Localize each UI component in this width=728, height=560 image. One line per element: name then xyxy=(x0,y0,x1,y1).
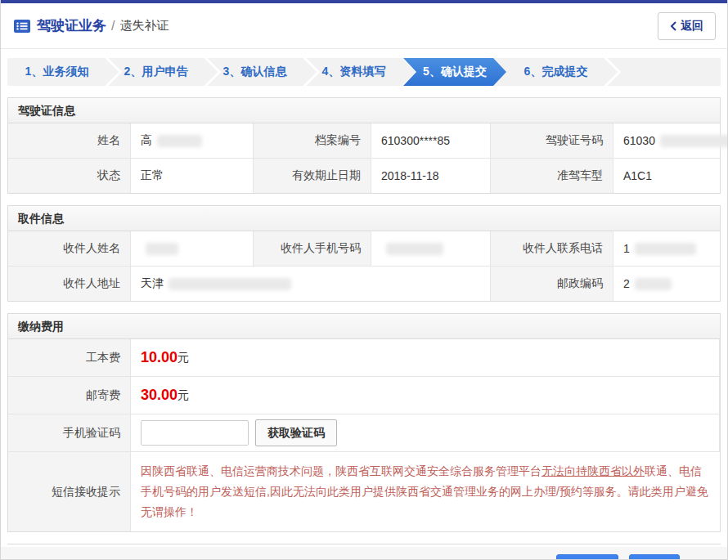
step-label: 2、用户申告 xyxy=(124,65,188,79)
field-label-license-number: 驾驶证号码 xyxy=(491,123,613,158)
fee-amount: 10.00 xyxy=(141,349,178,366)
redacted-text xyxy=(146,243,178,255)
finish-button[interactable]: 完成 xyxy=(629,554,680,560)
field-value-name: 高 xyxy=(131,123,254,158)
redacted-text xyxy=(386,243,443,255)
step-label: 3、确认信息 xyxy=(223,65,287,79)
breadcrumb-separator: / xyxy=(111,19,115,34)
page: 驾驶证业务 / 遗失补证 返回 1、业务须知 2、用户申告 3、确认信息 4、资… xyxy=(0,0,728,560)
page-subtitle: 遗失补证 xyxy=(119,18,169,34)
back-button[interactable]: 返回 xyxy=(658,12,716,40)
field-label-expiry-date: 有效期止日期 xyxy=(254,159,371,193)
field-label-sms-code: 手机验证码 xyxy=(8,414,131,451)
fee-unit: 元 xyxy=(178,388,189,403)
field-value-postal-code: 2 xyxy=(613,267,720,301)
field-label-recipient-name: 收件人姓名 xyxy=(8,231,131,266)
sms-code-row: 手机验证码 获取验证码 xyxy=(8,414,720,451)
footer-actions: 上一步 完成 xyxy=(1,547,727,560)
step-label: 5、确认提交 xyxy=(423,65,487,79)
notice-text-underlined: 无法向持陕西省以外 xyxy=(542,464,645,477)
step-3-confirm-info: 3、确认信息 xyxy=(205,58,304,86)
field-value-file-number: 610300****85 xyxy=(371,123,491,158)
field-value-recipient-name xyxy=(131,231,254,266)
step-4-fill-data: 4、资料填写 xyxy=(304,58,403,86)
section-pickup-info: 取件信息 收件人姓名 收件人手机号码 收件人联系电话 1 收件人地址 天津 邮政… xyxy=(7,205,721,302)
list-icon xyxy=(14,20,30,33)
fee-row: 工本费 10.00 元 xyxy=(8,339,720,376)
field-value-production-fee: 10.00 元 xyxy=(131,339,720,376)
field-label-recipient-mobile: 收件人手机号码 xyxy=(254,231,371,266)
field-value-recipient-address: 天津 xyxy=(131,267,491,301)
fee-unit: 元 xyxy=(178,351,189,365)
table-row: 收件人地址 天津 邮政编码 2 xyxy=(8,266,720,301)
fee-amount: 30.00 xyxy=(141,387,178,404)
field-value-mailing-fee: 30.00 元 xyxy=(131,377,720,414)
section-title: 驾驶证信息 xyxy=(8,98,720,123)
sms-notice-row: 短信接收提示 因陕西省联通、电信运营商技术问题，陕西省互联网交通安全综合服务管理… xyxy=(8,451,720,531)
field-label-sms-notice: 短信接收提示 xyxy=(8,452,131,531)
step-label: 6、完成提交 xyxy=(524,65,588,79)
redacted-text xyxy=(660,135,728,147)
sms-code-controls: 获取验证码 xyxy=(131,414,720,451)
field-label-postal-code: 邮政编码 xyxy=(491,267,613,301)
field-label-recipient-address: 收件人地址 xyxy=(8,267,131,301)
sms-code-input[interactable] xyxy=(141,420,249,446)
redacted-text xyxy=(169,278,291,290)
sms-notice-text: 因陕西省联通、电信运营商技术问题，陕西省互联网交通安全综合服务管理平台无法向持陕… xyxy=(131,452,720,531)
field-value-status: 正常 xyxy=(131,159,254,193)
step-label: 4、资料填写 xyxy=(322,65,386,79)
step-5-confirm-submit-active: 5、确认提交 xyxy=(403,58,506,86)
field-value-vehicle-class: A1C1 xyxy=(613,159,720,193)
step-label: 1、业务须知 xyxy=(25,65,89,79)
field-label-name: 姓名 xyxy=(8,123,131,158)
redacted-text xyxy=(635,278,672,290)
steps-filler xyxy=(605,58,721,86)
fee-row: 邮寄费 30.00 元 xyxy=(8,376,720,414)
field-label-mailing-fee: 邮寄费 xyxy=(8,377,131,414)
section-payment: 缴纳费用 工本费 10.00 元 邮寄费 30.00 元 手机验证码 获取验证码… xyxy=(7,313,721,532)
previous-step-button[interactable]: 上一步 xyxy=(556,554,618,560)
footer-divider xyxy=(7,544,721,544)
section-title: 取件信息 xyxy=(8,206,720,231)
breadcrumb: 驾驶证业务 / 遗失补证 xyxy=(14,16,169,35)
back-button-label: 返回 xyxy=(681,19,703,34)
field-label-recipient-phone: 收件人联系电话 xyxy=(491,231,613,266)
redacted-text xyxy=(157,135,202,147)
table-row: 收件人姓名 收件人手机号码 收件人联系电话 1 xyxy=(8,231,720,266)
field-value-license-number: 61030 xyxy=(613,123,728,158)
field-label-status: 状态 xyxy=(8,159,131,193)
field-label-file-number: 档案编号 xyxy=(254,123,371,158)
notice-text-part: 因陕西省联通、电信运营商技术问题，陕西省互联网交通安全综合服务管理平台 xyxy=(141,464,542,477)
section-license-info: 驾驶证信息 姓名 高 档案编号 610300****85 驾驶证号码 61030… xyxy=(7,97,721,194)
field-value-recipient-phone: 1 xyxy=(613,231,720,266)
page-title: 驾驶证业务 xyxy=(37,16,106,35)
step-2-user-declaration: 2、用户申告 xyxy=(106,58,205,86)
redacted-text xyxy=(635,243,696,255)
section-title: 缴纳费用 xyxy=(8,314,720,339)
chevron-left-icon xyxy=(670,21,676,31)
field-value-expiry-date: 2018-11-18 xyxy=(371,159,491,193)
step-progress-bar: 1、业务须知 2、用户申告 3、确认信息 4、资料填写 5、确认提交 6、完成提… xyxy=(7,58,721,86)
header: 驾驶证业务 / 遗失补证 返回 xyxy=(1,3,727,49)
field-label-vehicle-class: 准驾车型 xyxy=(491,159,613,193)
field-value-recipient-mobile xyxy=(371,231,491,266)
get-sms-code-button[interactable]: 获取验证码 xyxy=(255,419,337,446)
step-6-complete-submit: 6、完成提交 xyxy=(506,58,605,86)
field-label-production-fee: 工本费 xyxy=(8,339,131,376)
table-row: 状态 正常 有效期止日期 2018-11-18 准驾车型 A1C1 xyxy=(8,158,720,193)
step-1-business-notice: 1、业务须知 xyxy=(7,58,106,86)
table-row: 姓名 高 档案编号 610300****85 驾驶证号码 61030 xyxy=(8,123,720,158)
